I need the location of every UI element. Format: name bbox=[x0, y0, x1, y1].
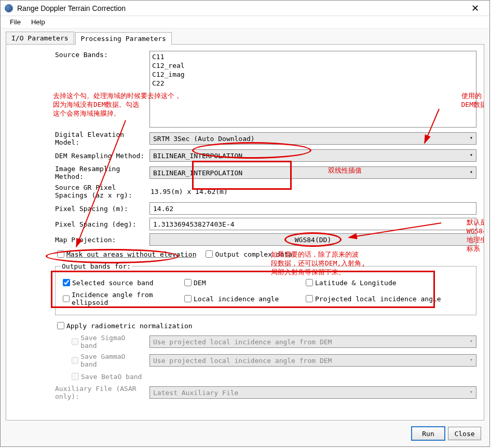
label-src-gr: Source GR Pixel Spacings (az x rg): bbox=[13, 184, 149, 199]
chevron-down-icon: ▾ bbox=[470, 338, 473, 344]
chevron-down-icon: ▾ bbox=[470, 135, 473, 141]
beta0-checkbox: Save BetaO band bbox=[70, 371, 142, 382]
chevron-down-icon: ▾ bbox=[470, 152, 473, 158]
label-pix-m: Pixel Spacing (m): bbox=[13, 205, 149, 213]
dem-output-checkbox[interactable]: DEM bbox=[182, 277, 296, 288]
label-map-proj: Map Projection: bbox=[13, 236, 149, 244]
source-bands-list[interactable]: C11 C12_real C12_imag C22 bbox=[149, 51, 476, 128]
map-projection-button[interactable]: WGS84(DD) bbox=[149, 233, 476, 246]
dem-resampling-value: BILINEAR_INTERPOLATION bbox=[153, 152, 242, 160]
label-pix-deg: Pixel Spacing (deg): bbox=[13, 220, 149, 228]
latlon-checkbox[interactable]: Latitude & Longitude bbox=[304, 277, 418, 288]
label-dem-resamp: DEM Resampling Method: bbox=[13, 152, 149, 160]
list-item[interactable]: C22 bbox=[152, 79, 474, 88]
label-img-resamp: Image Resampling Method: bbox=[13, 165, 149, 180]
list-item[interactable]: C12_imag bbox=[152, 70, 474, 79]
label-dem: Digital Elevation Model: bbox=[13, 131, 149, 146]
map-projection-value: WGS84(DD) bbox=[295, 236, 331, 244]
aux-file-select: Latest Auxiliary File ▾ bbox=[149, 386, 476, 399]
complex-checkbox[interactable]: Output complex data bbox=[203, 249, 292, 259]
selected-source-band-checkbox[interactable]: Selected source band bbox=[61, 277, 175, 288]
chevron-down-icon: ▾ bbox=[470, 389, 473, 395]
output-bands-fieldset: Output bands for: Selected source band D… bbox=[55, 262, 476, 315]
tab-processing-parameters[interactable]: Processing Parameters bbox=[75, 32, 172, 45]
dem-resampling-select[interactable]: BILINEAR_INTERPOLATION ▾ bbox=[149, 149, 476, 162]
dem-select[interactable]: SRTM 3Sec (Auto Download) ▾ bbox=[149, 132, 476, 145]
proj-local-inc-checkbox[interactable]: Projected local incidence angle bbox=[304, 291, 441, 306]
run-button[interactable]: Run bbox=[412, 427, 445, 440]
window-title: Range Doppler Terrain Correction bbox=[17, 4, 465, 12]
complex-checkbox-label: Output complex data bbox=[215, 250, 292, 258]
list-item[interactable]: C12_real bbox=[152, 61, 474, 70]
gamma0-select: Use projected local incidence angle from… bbox=[149, 354, 476, 367]
tab-pane-processing: Source Bands: C11 C12_real C12_imag C22 … bbox=[6, 44, 484, 421]
menu-help[interactable]: Help bbox=[26, 17, 50, 27]
button-bar: Run Close bbox=[412, 427, 481, 440]
label-aux-file: Auxiliary File (ASAR only): bbox=[13, 385, 149, 400]
image-resampling-select[interactable]: BILINEAR_INTERPOLATION ▾ bbox=[149, 166, 476, 179]
tabs: I/O Parameters Processing Parameters bbox=[6, 32, 484, 44]
label-source-bands: Source Bands: bbox=[13, 51, 149, 59]
sigma0-select: Use projected local incidence angle from… bbox=[149, 335, 476, 348]
mask-checkbox[interactable]: Mask out areas without elevation bbox=[55, 249, 196, 259]
value-src-gr: 13.95(m) x 14.62(m) bbox=[149, 188, 476, 195]
menu-file[interactable]: File bbox=[5, 17, 26, 27]
pixel-spacing-m-input[interactable] bbox=[149, 202, 476, 215]
local-inc-checkbox[interactable]: Local incidence angle bbox=[182, 291, 296, 306]
chevron-down-icon: ▾ bbox=[470, 169, 473, 175]
image-resampling-value: BILINEAR_INTERPOLATION bbox=[153, 169, 242, 177]
list-item[interactable]: C11 bbox=[152, 52, 474, 61]
mask-checkbox-label: Mask out areas without elevation bbox=[66, 250, 196, 258]
close-button[interactable]: Close bbox=[448, 427, 481, 440]
close-icon[interactable]: ✕ bbox=[465, 3, 485, 14]
titlebar: Range Doppler Terrain Correction ✕ bbox=[1, 1, 489, 16]
apply-radiometric-checkbox[interactable]: Apply radiometric normalization bbox=[55, 320, 193, 331]
app-icon bbox=[5, 4, 13, 12]
dem-select-value: SRTM 3Sec (Auto Download) bbox=[153, 135, 255, 143]
app-window: Range Doppler Terrain Correction ✕ File … bbox=[0, 0, 490, 447]
menubar: File Help bbox=[1, 16, 489, 29]
pixel-spacing-deg-input[interactable] bbox=[149, 218, 476, 230]
inc-ellipsoid-checkbox[interactable]: Incidence angle from ellipsoid bbox=[61, 291, 175, 306]
gamma0-checkbox: Save GammaO band bbox=[70, 353, 142, 368]
tab-io-parameters[interactable]: I/O Parameters bbox=[6, 32, 74, 44]
sigma0-checkbox: Save SigmaO band bbox=[70, 334, 142, 349]
chevron-down-icon: ▾ bbox=[470, 357, 473, 362]
output-bands-legend: Output bands for: bbox=[61, 262, 132, 270]
